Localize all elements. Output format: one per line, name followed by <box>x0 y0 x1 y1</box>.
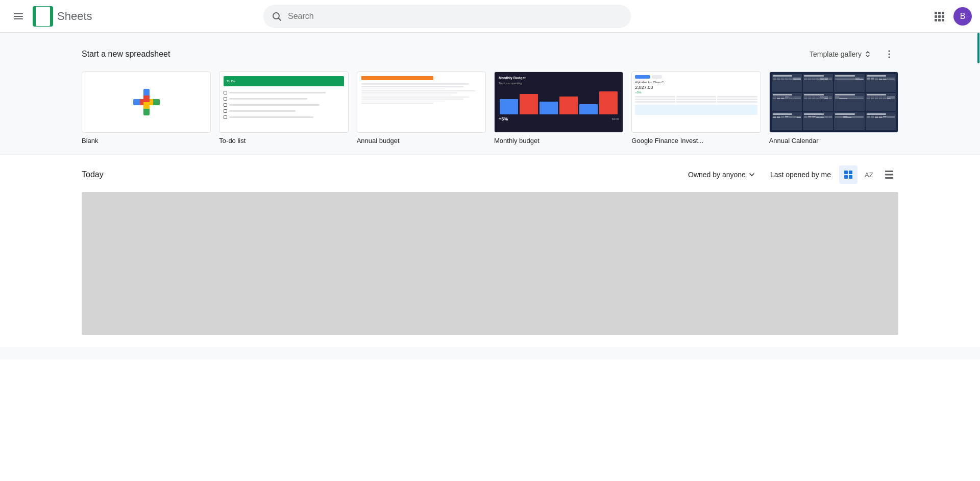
app-name: Sheets <box>57 10 92 23</box>
template-finance-thumbnail: Alphabet Inc Class C 2,827.03 +5% <box>631 71 761 133</box>
sort-icon: AZ <box>864 170 873 179</box>
main-content: Start a new spreadsheet Template gallery <box>0 33 980 359</box>
svg-rect-18 <box>942 19 944 21</box>
svg-rect-3 <box>36 7 50 26</box>
svg-rect-28 <box>885 174 893 176</box>
templates-title: Start a new spreadsheet <box>82 50 170 59</box>
search-icon <box>272 11 282 21</box>
template-blank-name: Blank <box>82 137 211 145</box>
svg-rect-29 <box>885 177 893 179</box>
svg-rect-1 <box>14 16 23 17</box>
avatar[interactable]: B <box>953 7 972 26</box>
template-annual-budget[interactable]: Annual budget <box>357 71 486 145</box>
recent-section-title: Today <box>82 170 104 179</box>
template-gallery-label: Template gallery <box>810 50 862 58</box>
header-left: Sheets <box>8 6 110 27</box>
sheets-logo <box>33 6 53 27</box>
search-input-wrapper <box>263 5 631 28</box>
template-calendar-name: Annual Calendar <box>769 137 898 145</box>
plus-icon <box>133 89 160 115</box>
owned-by-label: Owned by anyone <box>688 171 746 179</box>
scroll-thumb <box>977 33 979 63</box>
svg-rect-22 <box>844 171 848 174</box>
more-options-button[interactable] <box>880 45 898 63</box>
header-right: B <box>929 6 972 27</box>
menu-icon[interactable] <box>8 6 29 27</box>
scrollbar[interactable] <box>977 0 980 481</box>
templates-grid: Blank To Do <box>82 71 898 145</box>
template-monthly-budget-name: Monthly budget <box>494 137 623 145</box>
list-icon <box>885 170 894 179</box>
svg-rect-7 <box>38 11 42 12</box>
owned-by-button[interactable]: Owned by anyone <box>682 167 762 182</box>
svg-rect-11 <box>938 12 941 14</box>
svg-rect-13 <box>935 15 937 18</box>
svg-rect-23 <box>849 171 852 174</box>
templates-section: Start a new spreadsheet Template gallery <box>0 33 980 155</box>
svg-rect-17 <box>938 19 941 21</box>
template-monthly-budget[interactable]: Monthly Budget Track your spending +5% <box>494 71 623 145</box>
template-finance[interactable]: Alphabet Inc Class C 2,827.03 +5% <box>631 71 761 145</box>
svg-rect-2 <box>14 18 23 19</box>
recent-header: Today Owned by anyone Last opened by me <box>82 165 898 184</box>
chevron-down-icon <box>748 171 756 179</box>
search-input[interactable] <box>288 12 623 21</box>
grid-icon <box>844 170 853 179</box>
svg-rect-15 <box>942 15 944 18</box>
recent-controls: Owned by anyone Last opened by me <box>682 165 898 184</box>
grid-view-button[interactable] <box>839 165 857 184</box>
search-bar <box>263 5 631 28</box>
more-vert-icon <box>884 49 894 59</box>
svg-rect-16 <box>935 19 937 21</box>
template-calendar[interactable]: Annual Calendar <box>769 71 898 145</box>
recent-files-area <box>82 192 898 335</box>
template-todo[interactable]: To Do <box>219 71 348 145</box>
template-todo-name: To-do list <box>219 137 348 145</box>
view-controls: AZ <box>839 165 898 184</box>
template-todo-thumbnail: To Do <box>219 71 348 133</box>
svg-rect-10 <box>935 12 937 14</box>
template-calendar-thumbnail <box>769 71 898 133</box>
svg-point-19 <box>889 51 890 52</box>
svg-text:AZ: AZ <box>865 171 873 179</box>
template-monthly-budget-thumbnail: Monthly Budget Track your spending +5% <box>494 71 623 133</box>
template-blank-thumbnail <box>82 71 211 133</box>
svg-point-20 <box>889 54 890 55</box>
svg-rect-12 <box>942 12 944 14</box>
svg-rect-6 <box>38 17 45 18</box>
templates-header: Start a new spreadsheet Template gallery <box>82 45 898 63</box>
svg-rect-24 <box>844 175 848 179</box>
svg-rect-4 <box>38 13 48 14</box>
svg-rect-14 <box>938 15 941 18</box>
svg-rect-27 <box>885 171 893 172</box>
templates-header-right: Template gallery <box>805 45 898 63</box>
apps-button[interactable] <box>929 6 949 27</box>
template-annual-budget-name: Annual budget <box>357 137 486 145</box>
list-view-button[interactable] <box>880 165 898 184</box>
recent-section: Today Owned by anyone Last opened by me <box>0 155 980 347</box>
header: Sheets B <box>0 0 980 33</box>
chevron-updown-icon <box>864 50 872 58</box>
svg-line-9 <box>279 18 281 20</box>
sort-button[interactable]: AZ <box>860 165 878 184</box>
svg-rect-0 <box>14 13 23 14</box>
template-gallery-button[interactable]: Template gallery <box>805 48 876 60</box>
svg-rect-25 <box>849 175 852 179</box>
template-blank[interactable]: Blank <box>82 71 211 145</box>
last-opened-label: Last opened by me <box>770 171 831 179</box>
svg-rect-5 <box>38 15 48 16</box>
template-finance-name: Google Finance Invest... <box>631 137 761 145</box>
svg-point-21 <box>889 57 890 58</box>
template-annual-budget-thumbnail <box>357 71 486 133</box>
